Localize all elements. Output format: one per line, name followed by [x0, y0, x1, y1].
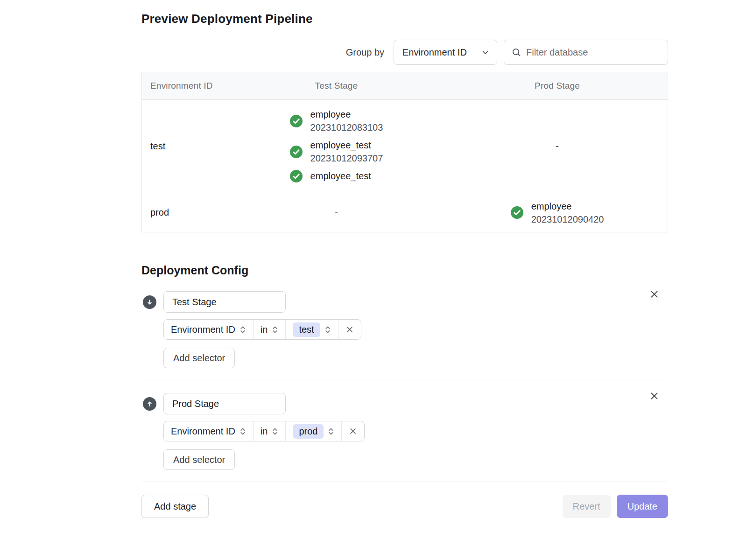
environment-id-cell: test [142, 100, 226, 193]
group-by-label: Group by [346, 47, 384, 58]
check-circle-icon [290, 115, 303, 127]
selector-operator-select[interactable]: in [253, 421, 286, 441]
database-entry: employee_test 20231012093707 [290, 139, 383, 165]
revert-button[interactable]: Revert [563, 495, 611, 518]
selector-value-select[interactable]: prod [285, 421, 341, 441]
chevron-up-down-icon [272, 325, 278, 334]
selector-rule: Environment ID in prod [163, 421, 365, 441]
filter-database-box [504, 40, 668, 65]
table-row: prod - employee 20231012090420 [142, 193, 668, 232]
column-header-environment-id: Environment ID [142, 72, 226, 100]
selector-field-value: Environment ID [171, 324, 235, 335]
column-header-test-stage: Test Stage [226, 72, 447, 100]
database-entry: employee_test [290, 169, 383, 182]
check-circle-icon [290, 170, 303, 182]
empty-stage-placeholder: - [556, 141, 559, 151]
arrow-up-icon [143, 397, 156, 411]
prod-stage-cell: employee 20231012090420 [447, 193, 668, 232]
filter-database-input[interactable] [526, 47, 660, 58]
selector-operator-value: in [261, 324, 268, 335]
close-icon [649, 391, 659, 401]
deployment-pipeline-table: Environment ID Test Stage Prod Stage tes… [141, 72, 668, 232]
database-version: 20231012090420 [531, 213, 604, 226]
chevron-up-down-icon [240, 325, 246, 334]
section-divider [141, 380, 668, 380]
add-stage-button[interactable]: Add stage [141, 495, 209, 518]
environment-id-cell: prod [142, 193, 226, 232]
remove-selector-button[interactable] [341, 421, 364, 441]
database-entry: employee 20231012090420 [511, 200, 604, 226]
add-selector-button[interactable]: Add selector [163, 348, 235, 368]
add-selector-button[interactable]: Add selector [163, 449, 235, 470]
remove-selector-button[interactable] [338, 320, 361, 339]
table-row: test employee 20231012083103 [142, 100, 668, 193]
chevron-up-down-icon [272, 427, 278, 436]
group-by-select[interactable]: Environment ID [394, 40, 497, 65]
selector-rule: Environment ID in test [163, 319, 361, 340]
empty-stage-placeholder: - [335, 207, 338, 217]
pipeline-toolbar: Group by Environment ID [141, 40, 668, 65]
deployment-config-title: Deployment Config [141, 263, 668, 277]
close-icon [349, 427, 357, 435]
table-header-row: Environment ID Test Stage Prod Stage [142, 72, 668, 100]
test-stage-cell: employee 20231012083103 employee_test 20… [226, 100, 447, 193]
config-footer: Add stage Revert Update [141, 495, 668, 518]
close-icon [649, 289, 659, 299]
chevron-down-icon [481, 49, 489, 56]
stage-config-test: Environment ID in test [141, 291, 668, 368]
section-divider [141, 482, 668, 482]
selector-field-select[interactable]: Environment ID [164, 320, 253, 339]
chevron-up-down-icon [240, 427, 246, 436]
chevron-up-down-icon [328, 427, 334, 436]
close-icon [345, 325, 354, 334]
database-list: employee 20231012083103 employee_test 20… [290, 108, 383, 182]
column-header-prod-stage: Prod Stage [447, 72, 668, 100]
stage-name-input[interactable] [163, 291, 286, 313]
group-by-selected-value: Environment ID [402, 47, 467, 58]
database-version: 20231012083103 [310, 121, 383, 134]
database-entry: employee 20231012083103 [290, 108, 383, 134]
check-circle-icon [511, 206, 523, 219]
selector-value-tag: test [293, 322, 320, 337]
check-circle-icon [290, 146, 303, 158]
database-name: employee [310, 108, 383, 121]
stage-name-input[interactable] [163, 393, 286, 414]
selector-value-select[interactable]: test [285, 320, 338, 339]
selector-value-tag: prod [293, 424, 324, 439]
selector-operator-value: in [261, 426, 268, 437]
chevron-up-down-icon [324, 325, 331, 334]
database-list: employee 20231012090420 [511, 200, 604, 226]
page-title: Preview Deployment Pipeline [141, 11, 668, 26]
database-name: employee [531, 200, 604, 213]
remove-stage-button[interactable] [648, 288, 660, 300]
bottom-divider [141, 536, 668, 536]
deployment-pipeline-panel: Preview Deployment Pipeline Group by Env… [141, 11, 668, 536]
update-button[interactable]: Update [617, 495, 669, 518]
database-name: employee_test [310, 139, 383, 152]
test-stage-cell: - [226, 193, 447, 232]
prod-stage-cell: - [447, 100, 668, 193]
stage-config-prod: Environment ID in prod [141, 393, 668, 470]
database-version: 20231012093707 [310, 152, 383, 165]
database-name: employee_test [310, 169, 371, 182]
arrow-down-icon [143, 295, 156, 309]
search-icon [512, 48, 521, 57]
selector-field-value: Environment ID [171, 426, 235, 437]
selector-operator-select[interactable]: in [253, 320, 286, 339]
selector-field-select[interactable]: Environment ID [164, 421, 253, 441]
remove-stage-button[interactable] [648, 390, 660, 402]
